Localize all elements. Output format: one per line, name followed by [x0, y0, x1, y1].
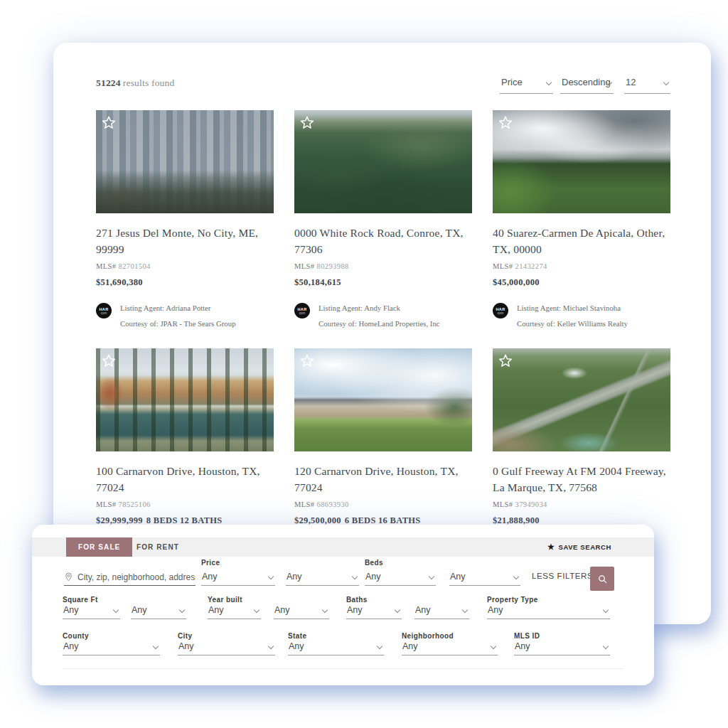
chevron-down-icon	[268, 574, 274, 579]
location-search-field[interactable]	[64, 569, 196, 586]
chevron-down-icon	[546, 80, 552, 85]
chevron-down-icon	[113, 607, 119, 613]
listing-card[interactable]: 271 Jesus Del Monte, No City, ME, 99999 …	[96, 110, 274, 348]
har-logo-subtext: com	[101, 311, 107, 315]
listing-address[interactable]: 0 Gulf Freeway At FM 2004 Freeway, La Ma…	[493, 463, 670, 496]
search-filter-panel: FOR SALE FOR RENT ★ SAVE SEARCH Price An…	[32, 525, 654, 685]
listing-address[interactable]: 120 Carnarvon Drive, Houston, TX, 77024	[294, 463, 472, 496]
chevron-down-icon	[491, 643, 496, 649]
price-max-select[interactable]: Any	[286, 569, 359, 586]
select-value: Any	[178, 641, 194, 651]
listing-price: $29,999,999	[96, 515, 143, 525]
price-min-select[interactable]: Any	[201, 569, 275, 586]
listing-photo[interactable]	[96, 348, 274, 451]
chevron-down-icon	[663, 80, 669, 85]
select-value: Price	[501, 77, 523, 87]
listing-photo[interactable]	[96, 110, 274, 213]
listing-mls: MLS# 78525106	[96, 500, 274, 508]
search-input[interactable]	[77, 572, 196, 582]
search-button[interactable]	[590, 567, 614, 591]
listing-photo[interactable]	[294, 110, 472, 213]
save-search-button[interactable]: ★ SAVE SEARCH	[547, 537, 611, 557]
select-value: Any	[415, 605, 431, 615]
star-icon: ★	[547, 543, 555, 551]
county-select[interactable]: Any	[63, 638, 160, 655]
baths-max-select[interactable]: Any	[414, 602, 469, 619]
mls-number: 21432274	[515, 262, 547, 270]
har-logo: HAR com	[294, 303, 310, 318]
select-value: Any	[347, 605, 363, 615]
listing-card[interactable]: 100 Carnarvon Drive, Houston, TX, 77024 …	[96, 348, 274, 526]
tab-for-sale[interactable]: FOR SALE	[66, 537, 132, 557]
favorite-star-icon[interactable]	[299, 115, 315, 131]
favorite-star-icon[interactable]	[498, 353, 513, 369]
har-logo: HAR com	[493, 303, 508, 318]
sort-field-select[interactable]: Price	[500, 75, 553, 94]
chevron-down-icon	[513, 574, 519, 579]
listing-mls: MLS# 21432274	[493, 262, 670, 270]
less-filters-button[interactable]: LESS FILTERS	[532, 572, 593, 580]
listing-address[interactable]: 100 Carnarvon Drive, Houston, TX, 77024	[96, 463, 274, 496]
chevron-down-icon	[603, 643, 609, 649]
mls-label: MLS#	[294, 262, 314, 270]
listing-address[interactable]: 271 Jesus Del Monte, No City, ME, 99999	[96, 225, 274, 257]
select-value: 12	[626, 77, 636, 87]
chevron-down-icon	[179, 607, 185, 613]
map-pin-icon	[64, 572, 73, 582]
city-select[interactable]: Any	[178, 638, 275, 655]
listing-price: $29,500,000	[294, 515, 341, 525]
listing-card[interactable]: 0 Gulf Freeway At FM 2004 Freeway, La Ma…	[493, 348, 670, 526]
listing-mls: MLS# 37949034	[493, 500, 670, 508]
square-ft-max-select[interactable]: Any	[131, 602, 186, 619]
mls-label: MLS#	[493, 262, 513, 270]
page-size-select[interactable]: 12	[624, 75, 670, 94]
listing-courtesy: Courtesy of: HomeLand Properties, Inc	[318, 320, 440, 328]
square-ft-min-select[interactable]: Any	[63, 602, 120, 619]
results-count-suffix: results found	[123, 77, 175, 88]
price-label: Price	[201, 559, 220, 567]
favorite-star-icon[interactable]	[498, 115, 513, 131]
listing-type-tabbar: FOR SALE FOR RENT ★ SAVE SEARCH	[32, 537, 654, 557]
mls-id-select[interactable]: Any	[514, 638, 610, 655]
listing-agent: Listing Agent: Andy Flack	[318, 304, 440, 312]
mls-label: MLS#	[294, 500, 314, 508]
listing-mls: MLS# 82701504	[96, 262, 274, 270]
listing-address[interactable]: 40 Suarez-Carmen De Apicala, Other, TX, …	[493, 225, 670, 257]
har-logo-subtext: com	[299, 311, 306, 315]
state-select[interactable]: Any	[288, 638, 384, 655]
sort-direction-select[interactable]: Descending	[560, 75, 614, 94]
listing-photo[interactable]	[493, 110, 670, 213]
listing-card[interactable]: 0000 White Rock Road, Conroe, TX, 77306 …	[294, 110, 472, 348]
chevron-down-icon	[352, 574, 358, 579]
favorite-star-icon[interactable]	[101, 115, 117, 131]
chevron-down-icon	[254, 607, 259, 613]
listing-beds-baths: 8 BEDS 12 BATHS	[146, 515, 223, 525]
beds-max-select[interactable]: Any	[449, 569, 520, 586]
select-value: Any	[202, 572, 218, 582]
agent-lines: Listing Agent: Michael Stavinoha Courtes…	[517, 303, 628, 336]
results-count: 51224	[96, 77, 121, 88]
favorite-star-icon[interactable]	[101, 353, 117, 369]
listing-photo[interactable]	[294, 348, 472, 451]
select-value: Any	[365, 572, 381, 582]
year-built-max-select[interactable]: Any	[274, 602, 329, 619]
beds-min-select[interactable]: Any	[365, 569, 436, 586]
filter-panel-divider	[63, 668, 623, 669]
tab-for-rent[interactable]: FOR RENT	[124, 537, 191, 557]
select-value: Any	[287, 572, 302, 582]
har-logo-subtext: com	[498, 311, 504, 315]
baths-min-select[interactable]: Any	[346, 602, 402, 619]
listing-photo[interactable]	[493, 348, 670, 451]
year-built-min-select[interactable]: Any	[208, 602, 261, 619]
listing-agent-row: HAR com Listing Agent: Adriana Potter Co…	[96, 303, 274, 336]
neighborhood-select[interactable]: Any	[402, 638, 498, 655]
listing-price: $51,690,380	[96, 277, 143, 287]
mls-number: 37949034	[515, 500, 547, 508]
property-type-select[interactable]: Any	[487, 602, 610, 619]
listing-card[interactable]: 40 Suarez-Carmen De Apicala, Other, TX, …	[493, 110, 670, 348]
favorite-star-icon[interactable]	[299, 353, 315, 369]
select-value: Any	[274, 605, 290, 615]
chevron-down-icon	[603, 607, 609, 613]
listing-card[interactable]: 120 Carnarvon Drive, Houston, TX, 77024 …	[294, 348, 472, 526]
listing-address[interactable]: 0000 White Rock Road, Conroe, TX, 77306	[294, 225, 472, 257]
